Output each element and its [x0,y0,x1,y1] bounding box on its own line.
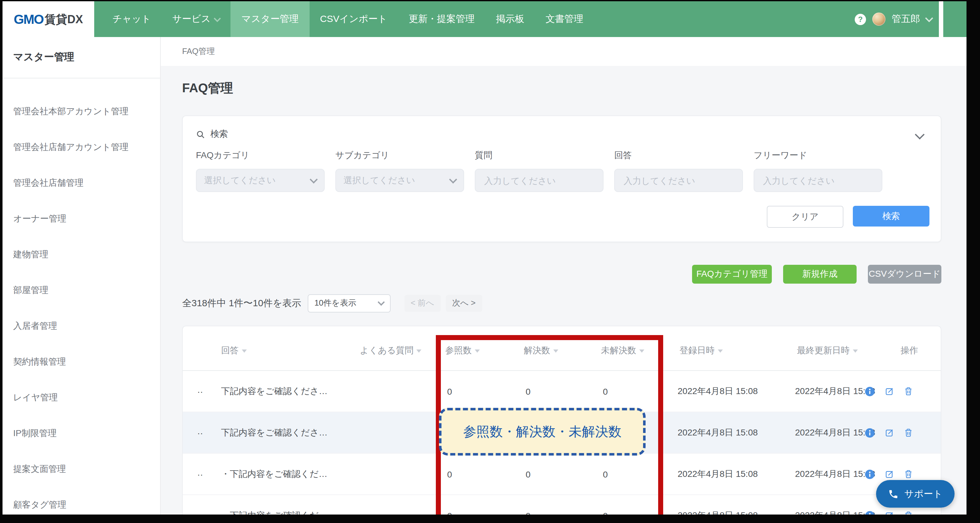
input-wrap-question [475,169,603,192]
edit-icon[interactable] [884,510,894,515]
cell-reference-count: 0 [447,386,452,396]
sidebar-item-ip-restriction[interactable]: IP制限管理 [3,415,160,451]
sidebar-item-hq-account[interactable]: 管理会社本部アカウント管理 [3,94,160,129]
select-placeholder: 選択してください [204,175,276,186]
column-header-reference-count[interactable]: 参照数 [445,345,480,357]
search-actions: クリア 検索 [767,206,929,228]
edit-icon[interactable] [884,469,894,479]
main-area: FAQ管理 FAQ管理 検索 FAQカテゴリ選択してくださいサ [161,37,967,515]
nav-tabs: チャットサービスマスター管理CSVインポート更新・提案管理掲示板文書管理 [102,1,594,37]
info-icon[interactable] [865,469,875,479]
cell-faq-question: 下記内容をご確認くださ… [221,427,328,438]
table-row: ··下記内容をご確認くださ…0002022年4月8日 15:082022年4月8… [183,412,941,454]
delete-icon[interactable] [903,428,913,437]
search-button[interactable]: 検索 [853,206,929,227]
nav-tab-service[interactable]: サービス [162,1,231,37]
edit-icon[interactable] [884,386,894,396]
sidebar-item-store-account[interactable]: 管理会社店舗アカウント管理 [3,129,160,165]
chevron-down-icon[interactable] [925,14,933,22]
column-header-registered-at[interactable]: 登録日時 [679,345,723,357]
nav-tab-master-management[interactable]: マスター管理 [231,1,309,37]
select-faq-category[interactable]: 選択してください [196,169,325,192]
cell-unsolved-count: 0 [603,510,608,515]
column-header-faq-question[interactable]: よくある質問 [360,345,422,357]
chevron-down-icon [310,175,317,183]
cell-solved-count: 0 [526,386,531,396]
column-header-updated-at[interactable]: 最終更新日時 [797,345,858,357]
info-icon[interactable] [865,428,875,437]
top-navbar: GMO賃貸DX チャットサービスマスター管理CSVインポート更新・提案管理掲示板… [3,1,967,37]
sidebar-item-proposal-text[interactable]: 提案文面管理 [3,451,160,487]
faq-category-manage-button[interactable]: FAQカテゴリ管理 [692,265,772,284]
sidebar-item-store[interactable]: 管理会社店舗管理 [3,165,160,201]
input-answer[interactable] [622,175,735,186]
cell-unsolved-count: 0 [603,469,608,479]
help-icon[interactable]: ? [855,13,866,25]
nav-tab-label: 文書管理 [546,13,584,25]
column-header-unsolved-count[interactable]: 未解決数 [601,345,644,357]
cell-faq-question: 下記内容をご確認くださ… [221,385,328,397]
cell-answer: ·· [197,428,203,437]
sort-icon [718,349,723,352]
table-row: ··下記内容をご確認くださ…0002022年4月8日 15:082022年4月8… [183,371,941,412]
cell-reference-count: 0 [447,428,452,437]
sidebar-item-contract-info[interactable]: 契約情報管理 [3,344,160,380]
nav-tab-csv-import[interactable]: CSVインポート [309,1,398,37]
info-icon[interactable] [865,386,875,396]
sidebar-list: 管理会社本部アカウント管理管理会社店舗アカウント管理管理会社店舗管理オーナー管理… [3,94,160,515]
sidebar-item-building[interactable]: 建物管理 [3,236,160,272]
logo-gmo-text: GMO [14,12,43,27]
sidebar-item-resident[interactable]: 入居者管理 [3,308,160,344]
column-header-label: 最終更新日時 [797,345,850,357]
nav-tab-chat[interactable]: チャット [102,1,162,37]
breadcrumb: FAQ管理 [161,37,967,66]
nav-tab-label: CSVインポート [320,13,388,25]
cell-updated-at: 2022年4月8日 15:08 [795,385,875,397]
sidebar-item-owner[interactable]: オーナー管理 [3,201,160,236]
delete-icon[interactable] [903,386,913,396]
select-sub-category[interactable]: 選択してください [336,169,464,192]
page-size-select[interactable]: 10件を表示 [307,294,390,312]
clear-button[interactable]: クリア [767,206,843,228]
user-menu[interactable]: 管五郎 [892,13,920,25]
delete-icon[interactable] [903,510,913,515]
search-panel-header: 検索 [183,116,941,140]
support-button[interactable]: サポート [876,480,955,508]
search-field-sub-category: サブカテゴリ選択してください [336,150,464,192]
sidebar-item-customer-tag[interactable]: 顧客タグ管理 [3,487,160,515]
cell-registered-at: 2022年4月8日 15:08 [678,468,758,480]
breadcrumb-item-faq[interactable]: FAQ管理 [182,46,215,57]
field-label-answer: 回答 [614,150,743,161]
pagination: 全318件中 1件〜10件を表示 10件を表示 < 前へ 次へ > [182,294,941,312]
info-icon[interactable] [865,510,875,515]
next-page-button[interactable]: 次へ > [445,295,482,312]
sort-icon [242,349,247,352]
sidebar-item-layer[interactable]: レイヤ管理 [3,380,160,415]
nav-tab-document-management[interactable]: 文書管理 [535,1,594,37]
input-free-word[interactable] [762,175,874,186]
sidebar: マスター管理 管理会社本部アカウント管理管理会社店舗アカウント管理管理会社店舗管… [3,37,161,515]
sidebar-item-room[interactable]: 部屋管理 [3,272,160,308]
delete-icon[interactable] [903,469,913,479]
page-size-value: 10件を表示 [314,298,356,309]
input-question[interactable] [483,175,595,186]
cell-updated-at: 2022年4月8日 15:08 [795,510,875,515]
input-wrap-free-word [754,169,882,192]
column-header-operations: 操作 [900,345,918,357]
table-body: ··下記内容をご確認くださ…0002022年4月8日 15:082022年4月8… [183,371,941,515]
nav-tab-label: 更新・提案管理 [409,13,475,25]
column-header-solved-count[interactable]: 解決数 [524,345,558,357]
app-logo[interactable]: GMO賃貸DX [3,1,94,37]
nav-tab-board[interactable]: 掲示板 [485,1,535,37]
scrollbar-strip [939,1,943,37]
avatar[interactable] [872,13,886,26]
column-header-answer[interactable]: 回答 [221,345,247,357]
edit-icon[interactable] [884,428,894,437]
nav-tab-update-proposal-management[interactable]: 更新・提案管理 [398,1,485,37]
faq-table: 回答よくある質問参照数解決数未解決数登録日時最終更新日時操作 ··下記内容をご確… [182,326,941,515]
cell-registered-at: 2022年4月8日 15:08 [678,385,758,397]
select-placeholder: 選択してください [344,175,415,186]
csv-download-button[interactable]: CSVダウンロード [868,265,941,284]
prev-page-button[interactable]: < 前へ [404,295,441,312]
create-new-button[interactable]: 新規作成 [783,265,857,284]
